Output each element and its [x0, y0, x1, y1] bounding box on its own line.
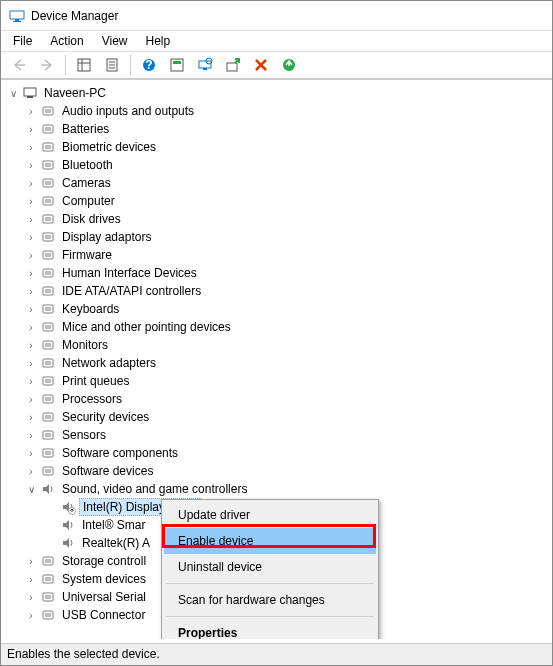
enable-button[interactable] — [277, 53, 301, 77]
expand-icon[interactable]: › — [25, 105, 37, 117]
tree-category-label: Sound, video and game controllers — [59, 481, 250, 497]
expand-icon[interactable]: › — [25, 303, 37, 315]
uninstall-button[interactable] — [249, 53, 273, 77]
ctx-scan-hardware[interactable]: Scan for hardware changes — [164, 587, 376, 613]
tree-category[interactable]: ›Audio inputs and outputs — [1, 102, 552, 120]
tree-category[interactable]: ›Print queues — [1, 372, 552, 390]
show-hide-tree-button[interactable] — [72, 53, 96, 77]
ctx-uninstall-device[interactable]: Uninstall device — [164, 554, 376, 580]
scan-hardware-button[interactable] — [193, 53, 217, 77]
tree-category-label: Software devices — [59, 463, 156, 479]
expand-icon[interactable]: › — [25, 123, 37, 135]
device-icon — [40, 445, 56, 461]
tree-category-label: Computer — [59, 193, 118, 209]
tree-category-label: System devices — [59, 571, 149, 587]
expand-icon[interactable]: › — [25, 573, 37, 585]
tree-category-label: Storage controll — [59, 553, 149, 569]
expand-icon[interactable]: › — [25, 285, 37, 297]
expand-icon[interactable]: › — [25, 429, 37, 441]
tree-category[interactable]: ›Mice and other pointing devices — [1, 318, 552, 336]
menu-view[interactable]: View — [94, 32, 136, 50]
toolbar-separator — [130, 55, 131, 75]
tree-category[interactable]: ›Software components — [1, 444, 552, 462]
tree-category[interactable]: ›Security devices — [1, 408, 552, 426]
tree-category[interactable]: ›Keyboards — [1, 300, 552, 318]
ctx-properties[interactable]: Properties — [164, 620, 376, 639]
tree-category[interactable]: ›Human Interface Devices — [1, 264, 552, 282]
svg-rect-54 — [45, 397, 51, 401]
device-tree[interactable]: ∨ Naveen-PC ›Audio inputs and outputs›Ba… — [1, 79, 552, 639]
svg-rect-67 — [45, 577, 51, 581]
tree-category[interactable]: ∨ Sound, video and game controllers — [1, 480, 552, 498]
device-icon — [40, 103, 56, 119]
expand-icon[interactable]: › — [25, 321, 37, 333]
forward-button[interactable] — [35, 53, 59, 77]
update-driver-button[interactable] — [221, 53, 245, 77]
tree-category[interactable]: ›Batteries — [1, 120, 552, 138]
svg-rect-44 — [45, 307, 51, 311]
device-icon — [40, 139, 56, 155]
expand-icon[interactable]: › — [25, 249, 37, 261]
expand-icon[interactable]: › — [25, 555, 37, 567]
svg-rect-13 — [173, 61, 181, 64]
expand-icon[interactable]: ∨ — [7, 87, 19, 99]
svg-rect-52 — [45, 379, 51, 383]
tree-category[interactable]: ›Biometric devices — [1, 138, 552, 156]
tree-category-label: Audio inputs and outputs — [59, 103, 197, 119]
tree-category-label: Software components — [59, 445, 181, 461]
ctx-enable-device[interactable]: Enable device — [164, 528, 376, 554]
expand-icon[interactable]: › — [25, 411, 37, 423]
menu-action[interactable]: Action — [42, 32, 91, 50]
expand-icon[interactable]: › — [25, 177, 37, 189]
tree-category[interactable]: ›Firmware — [1, 246, 552, 264]
svg-rect-15 — [203, 68, 207, 70]
tree-category[interactable]: ›Processors — [1, 390, 552, 408]
ctx-separator — [166, 616, 374, 617]
svg-rect-71 — [45, 613, 51, 617]
menu-help[interactable]: Help — [138, 32, 179, 50]
expand-icon[interactable]: › — [25, 195, 37, 207]
help-button[interactable]: ? — [137, 53, 161, 77]
tree-category[interactable]: ›Bluetooth — [1, 156, 552, 174]
svg-rect-20 — [27, 96, 33, 98]
expand-icon[interactable]: › — [25, 447, 37, 459]
window-title: Device Manager — [31, 9, 118, 23]
expand-icon[interactable]: › — [25, 357, 37, 369]
expand-icon[interactable]: › — [25, 591, 37, 603]
expand-icon[interactable]: › — [25, 231, 37, 243]
tree-category[interactable]: ›IDE ATA/ATAPI controllers — [1, 282, 552, 300]
tree-category[interactable]: ›Monitors — [1, 336, 552, 354]
expand-icon[interactable]: › — [25, 159, 37, 171]
svg-rect-1 — [15, 19, 19, 21]
properties-button[interactable] — [100, 53, 124, 77]
ctx-update-driver[interactable]: Update driver — [164, 502, 376, 528]
speaker-icon — [40, 481, 56, 497]
device-icon — [40, 589, 56, 605]
tree-category[interactable]: ›Network adapters — [1, 354, 552, 372]
back-button[interactable] — [7, 53, 31, 77]
tree-category[interactable]: ›Software devices — [1, 462, 552, 480]
computer-icon — [22, 85, 38, 101]
expand-icon[interactable]: › — [25, 213, 37, 225]
expand-icon[interactable]: ∨ — [25, 483, 37, 495]
expand-icon[interactable]: › — [25, 267, 37, 279]
svg-rect-24 — [45, 127, 51, 131]
tree-category[interactable]: ›Cameras — [1, 174, 552, 192]
svg-rect-46 — [45, 325, 51, 329]
expand-icon[interactable]: › — [25, 465, 37, 477]
tree-category[interactable]: ›Disk drives — [1, 210, 552, 228]
tree-category[interactable]: ›Sensors — [1, 426, 552, 444]
expand-icon[interactable]: › — [25, 141, 37, 153]
tree-category[interactable]: ›Display adaptors — [1, 228, 552, 246]
expand-icon[interactable]: › — [25, 375, 37, 387]
svg-text:?: ? — [145, 58, 152, 72]
expand-icon[interactable]: › — [25, 393, 37, 405]
menu-file[interactable]: File — [5, 32, 40, 50]
svg-rect-40 — [45, 271, 51, 275]
statusbar-text: Enables the selected device. — [7, 647, 160, 661]
expand-icon[interactable]: › — [25, 609, 37, 621]
tree-category[interactable]: ›Computer — [1, 192, 552, 210]
tree-root[interactable]: ∨ Naveen-PC — [1, 84, 552, 102]
expand-icon[interactable]: › — [25, 339, 37, 351]
action-button[interactable] — [165, 53, 189, 77]
